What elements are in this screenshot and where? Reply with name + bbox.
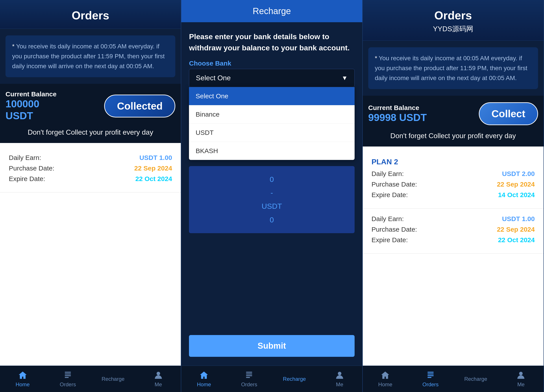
right-order-1-daily-value: USDT 2.00 — [502, 170, 535, 178]
submit-button[interactable]: Submit — [189, 335, 354, 357]
me-icon — [154, 370, 163, 380]
right-order-1-purchase-value: 22 Sep 2024 — [497, 181, 535, 188]
bank-option-select-one[interactable]: Select One — [189, 87, 354, 105]
svg-rect-5 — [246, 372, 252, 373]
right-order-2-daily-value: USDT 1.00 — [502, 215, 535, 223]
left-order-daily-label: Daily Earn: — [9, 154, 41, 161]
bank-option-usdt[interactable]: USDT — [189, 124, 354, 142]
middle-nav-home-label: Home — [197, 381, 211, 388]
middle-nav-recharge-label: Recharge — [283, 376, 306, 382]
right-order-2-expire-value: 22 Oct 2024 — [498, 236, 535, 244]
right-order-2-daily-label: Daily Earn: — [372, 215, 404, 223]
svg-rect-12 — [427, 375, 434, 376]
amount-line2: - — [195, 186, 348, 200]
recharge-instruction: Please enter your bank details below to … — [189, 31, 354, 53]
middle-orders-icon — [244, 370, 254, 380]
left-order-purchase-label: Purchase Date: — [9, 165, 54, 172]
right-order-1-expire: Expire Date: 14 Oct 2024 — [372, 191, 535, 199]
left-order-expire: Expire Date: 22 Oct 2024 — [9, 175, 172, 183]
right-order-2-expire-label: Expire Date: — [372, 236, 408, 244]
bank-option-binance[interactable]: Binance — [189, 105, 354, 124]
left-nav-me[interactable]: Me — [136, 366, 181, 392]
right-balance-info: Current Balance 99998 USDT — [368, 104, 427, 123]
svg-rect-1 — [65, 374, 71, 375]
right-orders-icon — [426, 370, 435, 380]
orders-icon — [63, 370, 73, 380]
right-nav-orders-label: Orders — [422, 381, 438, 388]
left-nav-home[interactable]: Home — [0, 366, 45, 392]
middle-bottom-nav: Home Orders Recharge Me — [181, 366, 362, 392]
middle-nav-home[interactable]: Home — [181, 366, 226, 392]
right-order-2-purchase-value: 22 Sep 2024 — [497, 226, 535, 233]
chevron-down-icon: ▼ — [342, 75, 348, 82]
right-profit-text: Don't forget Collect your profit every d… — [363, 132, 544, 146]
middle-nav-orders[interactable]: Orders — [227, 366, 272, 392]
right-balance-label: Current Balance — [368, 104, 427, 111]
right-order-2-purchase: Purchase Date: 22 Sep 2024 — [372, 226, 535, 233]
svg-point-14 — [519, 372, 523, 375]
svg-rect-0 — [65, 372, 71, 373]
right-nav-recharge[interactable]: Recharge — [453, 366, 498, 392]
left-header: Orders — [0, 0, 181, 29]
right-me-icon — [516, 370, 526, 380]
svg-rect-11 — [427, 374, 434, 375]
left-balance-label: Current Balance — [6, 90, 57, 98]
left-panel: Orders * You receive its daily income at… — [0, 0, 181, 392]
left-order-purchase-value: 22 Sep 2024 — [134, 165, 172, 172]
left-nav-me-label: Me — [155, 381, 162, 388]
left-balance-amount: 100000 USDT — [6, 98, 57, 122]
svg-rect-3 — [65, 377, 69, 378]
right-notice-text: You receive its daily income at 00:05 AM… — [375, 55, 527, 81]
right-bottom-nav: Home Orders Recharge Me — [363, 366, 544, 392]
middle-title: Recharge — [253, 6, 291, 16]
left-nav-recharge-label: Recharge — [101, 376, 124, 382]
collect-button[interactable]: Collect — [479, 102, 538, 125]
left-order-expire-value: 22 Oct 2024 — [136, 175, 172, 183]
bank-select-value: Select One — [196, 74, 231, 82]
left-nav-orders-label: Orders — [60, 381, 76, 388]
svg-rect-7 — [246, 375, 252, 376]
right-balance-section: Current Balance 99998 USDT Collect — [363, 96, 544, 132]
left-orders-list: Daily Earn: USDT 1.00 Purchase Date: 22 … — [0, 143, 181, 366]
right-order-plan-1: PLAN 2 — [372, 157, 535, 166]
right-title: Orders — [369, 9, 537, 22]
right-order-card-1: PLAN 2 Daily Earn: USDT 2.00 Purchase Da… — [363, 151, 544, 208]
right-nav-home[interactable]: Home — [363, 366, 408, 392]
right-order-1-daily-label: Daily Earn: — [372, 170, 404, 178]
left-order-daily-value: USDT 1.00 — [139, 154, 172, 161]
svg-rect-10 — [427, 372, 434, 373]
right-nav-home-label: Home — [378, 381, 392, 388]
right-order-1-daily: Daily Earn: USDT 2.00 — [372, 170, 535, 178]
middle-panel: Recharge Please enter your bank details … — [181, 0, 362, 392]
bank-option-bkash[interactable]: BKASH — [189, 142, 354, 160]
amount-box: 0 - USDT 0 — [189, 166, 354, 233]
right-order-1-purchase-label: Purchase Date: — [372, 181, 417, 188]
left-nav-home-label: Home — [16, 381, 30, 388]
amount-line3: USDT — [195, 200, 348, 213]
left-order-daily-earn: Daily Earn: USDT 1.00 — [9, 154, 172, 161]
middle-me-icon — [335, 370, 344, 380]
left-notice-text: You receive its daily income at 00:05 AM… — [12, 43, 165, 69]
right-panel: Orders YYDS源码网 * You receive its daily i… — [363, 0, 544, 392]
bank-select-wrapper: Select One ▼ Select One Binance USDT BKA… — [189, 69, 354, 160]
bank-section: Choose Bank Select One ▼ Select One Bina… — [189, 60, 354, 160]
right-orders-list: PLAN 2 Daily Earn: USDT 2.00 Purchase Da… — [363, 146, 544, 366]
svg-rect-8 — [246, 377, 250, 378]
right-order-1-purchase: Purchase Date: 22 Sep 2024 — [372, 181, 535, 188]
right-nav-orders[interactable]: Orders — [408, 366, 453, 392]
left-notice: * You receive its daily income at 00:05 … — [6, 35, 175, 77]
middle-nav-me[interactable]: Me — [317, 366, 362, 392]
right-order-2-purchase-label: Purchase Date: — [372, 226, 417, 233]
right-order-2-expire: Expire Date: 22 Oct 2024 — [372, 236, 535, 244]
right-nav-recharge-label: Recharge — [464, 376, 487, 382]
left-title: Orders — [7, 9, 174, 22]
middle-nav-recharge[interactable]: Recharge — [272, 366, 317, 392]
collected-button[interactable]: Collected — [104, 95, 175, 117]
right-nav-me[interactable]: Me — [498, 366, 544, 392]
left-balance-info: Current Balance 100000 USDT — [6, 90, 57, 122]
bank-select-box[interactable]: Select One ▼ — [189, 69, 354, 87]
right-order-1-expire-value: 14 Oct 2024 — [498, 191, 535, 199]
right-order-1-expire-label: Expire Date: — [372, 191, 408, 199]
left-nav-orders[interactable]: Orders — [45, 366, 90, 392]
left-nav-recharge[interactable]: Recharge — [90, 366, 136, 392]
